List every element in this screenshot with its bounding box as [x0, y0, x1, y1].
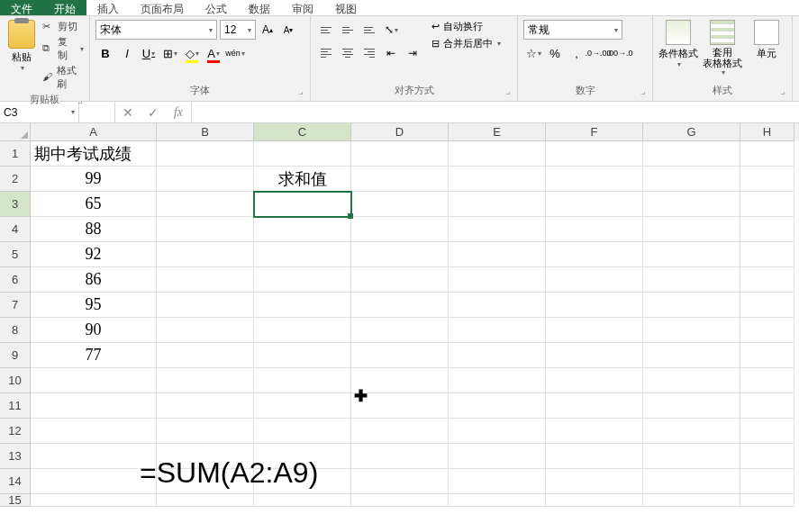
cell-F10[interactable] [546, 368, 643, 393]
font-size-select[interactable]: 12▾ [220, 20, 256, 40]
tab-file[interactable]: 文件 [0, 0, 43, 15]
cell-G15[interactable] [643, 494, 740, 507]
cell-H1[interactable] [740, 141, 794, 167]
border-button[interactable]: ⊞▾ [160, 43, 180, 63]
row-header-15[interactable]: 15 [0, 494, 31, 507]
cell-C7[interactable] [254, 293, 351, 318]
cell-H15[interactable] [740, 494, 794, 507]
cell-B7[interactable] [157, 293, 254, 318]
cell-C4[interactable] [254, 217, 351, 242]
row-header-5[interactable]: 5 [0, 242, 31, 267]
cell-B10[interactable] [157, 368, 254, 393]
cell-B9[interactable] [157, 343, 254, 368]
cell-F8[interactable] [546, 318, 643, 343]
select-all-corner[interactable] [0, 123, 31, 141]
cell-F6[interactable] [546, 267, 643, 293]
cell-E13[interactable] [449, 444, 546, 469]
conditional-format-button[interactable]: 条件格式 ▾ [658, 20, 699, 68]
cell-C8[interactable] [254, 318, 351, 343]
cell-F14[interactable] [546, 469, 643, 494]
cell-A15[interactable] [31, 494, 157, 507]
row-header-8[interactable]: 8 [0, 318, 31, 343]
cell-G8[interactable] [643, 318, 740, 343]
align-top-button[interactable] [316, 20, 336, 40]
tab-review[interactable]: 审阅 [281, 0, 324, 15]
cell-C10[interactable] [254, 368, 351, 393]
italic-button[interactable]: I [117, 43, 137, 63]
cell-A4[interactable]: 88 [31, 217, 157, 242]
cell-G11[interactable] [643, 393, 740, 419]
cell-A5[interactable]: 92 [31, 242, 157, 267]
cell-G2[interactable] [643, 167, 740, 192]
col-header-A[interactable]: A [31, 123, 157, 141]
cell-B5[interactable] [157, 242, 254, 267]
decrease-decimal-button[interactable]: .00→.0 [610, 43, 630, 63]
cell-H5[interactable] [740, 242, 794, 267]
cell-A8[interactable]: 90 [31, 318, 157, 343]
accounting-format-button[interactable]: ☆▾ [523, 43, 543, 63]
row-header-12[interactable]: 12 [0, 419, 31, 444]
cell-D3[interactable] [351, 192, 449, 217]
col-header-G[interactable]: G [643, 123, 740, 141]
decrease-indent-button[interactable]: ⇤ [381, 43, 401, 63]
cell-A10[interactable] [31, 368, 157, 393]
cell-H4[interactable] [740, 217, 794, 242]
cell-D2[interactable] [351, 167, 449, 192]
cell-F2[interactable] [546, 167, 643, 192]
cell-D5[interactable] [351, 242, 449, 267]
cell-F1[interactable] [546, 141, 643, 167]
wrap-text-button[interactable]: ↩自动换行 [431, 20, 501, 33]
row-header-1[interactable]: 1 [0, 141, 31, 167]
cell-E11[interactable] [449, 393, 546, 419]
cell-G9[interactable] [643, 343, 740, 368]
decrease-font-button[interactable]: A▾ [279, 20, 297, 40]
align-left-button[interactable] [316, 43, 336, 63]
cell-H3[interactable] [740, 192, 794, 217]
row-header-11[interactable]: 11 [0, 393, 31, 419]
col-header-D[interactable]: D [351, 123, 449, 141]
cell-F9[interactable] [546, 343, 643, 368]
cell-F11[interactable] [546, 393, 643, 419]
cell-F15[interactable] [546, 494, 643, 507]
cell-E10[interactable] [449, 368, 546, 393]
cell-B15[interactable] [157, 494, 254, 507]
cell-E5[interactable] [449, 242, 546, 267]
row-header-10[interactable]: 10 [0, 368, 31, 393]
cell-D9[interactable] [351, 343, 449, 368]
tab-data[interactable]: 数据 [238, 0, 281, 15]
cell-A2[interactable]: 99 [31, 167, 157, 192]
cell-A9[interactable]: 77 [31, 343, 157, 368]
row-header-14[interactable]: 14 [0, 469, 31, 494]
cell-F3[interactable] [546, 192, 643, 217]
cancel-formula-button[interactable]: ✕ [115, 102, 141, 122]
col-header-F[interactable]: F [546, 123, 643, 141]
cell-D7[interactable] [351, 293, 449, 318]
cell-G1[interactable] [643, 141, 740, 167]
cell-D1[interactable] [351, 141, 449, 167]
cell-C3[interactable] [254, 192, 351, 217]
cell-G4[interactable] [643, 217, 740, 242]
cell-A6[interactable]: 86 [31, 267, 157, 293]
row-header-9[interactable]: 9 [0, 343, 31, 368]
tab-formulas[interactable]: 公式 [195, 0, 238, 15]
cell-H13[interactable] [740, 444, 794, 469]
increase-indent-button[interactable]: ⇥ [403, 43, 422, 63]
cell-F5[interactable] [546, 242, 643, 267]
cell-G6[interactable] [643, 267, 740, 293]
format-painter-button[interactable]: 🖌格式刷 [42, 64, 84, 91]
col-header-H[interactable]: H [740, 123, 794, 141]
cell-E7[interactable] [449, 293, 546, 318]
cell-G7[interactable] [643, 293, 740, 318]
align-center-button[interactable] [338, 43, 358, 63]
cell-A12[interactable] [31, 419, 157, 444]
cell-C2[interactable]: 求和值 [254, 167, 351, 192]
row-header-2[interactable]: 2 [0, 167, 31, 192]
cell-H14[interactable] [740, 469, 794, 494]
align-bottom-button[interactable] [359, 20, 379, 40]
cell-B8[interactable] [157, 318, 254, 343]
cell-C15[interactable] [254, 494, 351, 507]
cell-B11[interactable] [157, 393, 254, 419]
paste-button[interactable]: 粘贴 ▾ [5, 20, 39, 72]
cell-C9[interactable] [254, 343, 351, 368]
row-header-3[interactable]: 3 [0, 192, 31, 217]
